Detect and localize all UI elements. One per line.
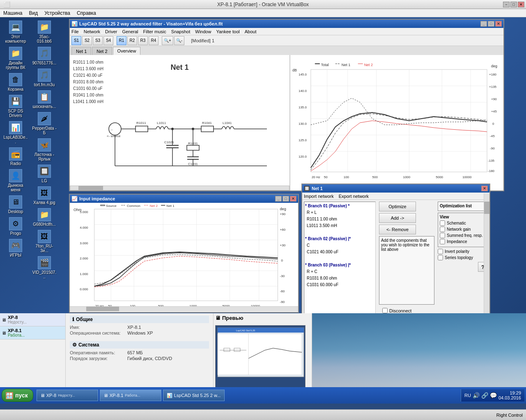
view-schematic-checkbox[interactable] bbox=[440, 220, 445, 226]
desktop-icon-tort[interactable]: 🎵 tort.fm.m3u bbox=[32, 69, 57, 87]
vbox-close-btn[interactable]: ✕ bbox=[518, 2, 524, 7]
net1-panel-vscrollbar-thumb[interactable] bbox=[484, 202, 489, 214]
view-network-gain-label: Network gain bbox=[447, 227, 471, 232]
menu-snapshot[interactable]: Snapshot bbox=[171, 29, 190, 34]
svg-text:1000: 1000 bbox=[403, 175, 410, 179]
start-button[interactable]: 🪟 пуск bbox=[2, 389, 33, 402]
taskbar-item-xp81[interactable]: 🖥 XP-8.1 Работа... bbox=[100, 390, 161, 401]
invert-polarity-checkbox[interactable] bbox=[438, 249, 443, 254]
desktop-icon-progo[interactable]: ⚙ Progo bbox=[3, 217, 28, 236]
impedance-maximize-btn[interactable]: □ bbox=[283, 196, 289, 202]
menu-yankee[interactable]: Yankee tool bbox=[216, 29, 239, 34]
menu-general[interactable]: General bbox=[122, 29, 138, 34]
impedance-scrollbar[interactable] bbox=[70, 306, 298, 311]
toolbar-r4[interactable]: R4 bbox=[149, 36, 158, 45]
svg-text:4.000: 4.000 bbox=[80, 226, 88, 230]
desktop-icon-basket[interactable]: 🗑 Корзина bbox=[3, 73, 28, 92]
vbox-menu-help[interactable]: Справка bbox=[77, 10, 96, 16]
view-impedance-checkbox[interactable] bbox=[440, 239, 445, 244]
impedance-chart-container: Ohm 5.000 4.000 3.000 2.000 1.000 0.000 … bbox=[70, 203, 298, 311]
desktop-icon-chalva[interactable]: 🖼 Халва 4.jpg bbox=[32, 186, 57, 205]
desktop-icon-35ac[interactable]: 📁 35ac-016.bb6 bbox=[32, 21, 57, 44]
tab-overview[interactable]: Overview bbox=[113, 47, 141, 55]
net1-export-menu[interactable]: Export network bbox=[339, 194, 369, 199]
taskbar-item-xp8[interactable]: 🖥 XP-8 Недосту... bbox=[37, 390, 98, 401]
desktop-icon-pepper[interactable]: 🌶 PepperData - Б bbox=[32, 112, 57, 135]
view-summed-checkbox[interactable] bbox=[440, 233, 445, 238]
desktop-icon-computer[interactable]: 💻 Этот компьютер bbox=[3, 21, 28, 44]
desktop-icon-radio[interactable]: 📻 Radio bbox=[3, 147, 28, 166]
toolbar-s2[interactable]: S2 bbox=[82, 36, 92, 45]
schematic-scrollbar[interactable] bbox=[70, 186, 289, 190]
desktop-icon-g680[interactable]: 📁 G680Hclfh... bbox=[32, 208, 57, 227]
svg-text:+135: +135 bbox=[489, 85, 497, 89]
toolbar-s1[interactable]: S1 bbox=[71, 36, 81, 45]
menu-about[interactable]: About bbox=[245, 29, 257, 34]
series-topology-checkbox[interactable] bbox=[438, 255, 443, 260]
disconnect-checkbox[interactable] bbox=[382, 308, 388, 313]
optimization-list-box[interactable]: Optimization list bbox=[438, 202, 488, 211]
tab-net1[interactable]: Net 1 bbox=[71, 47, 91, 55]
desktop-icon-shoska[interactable]: 📋 шоскачать... bbox=[32, 90, 57, 109]
desktop-icon-desktop[interactable]: 🖥 Desktop bbox=[3, 195, 28, 214]
svg-rect-22 bbox=[187, 145, 199, 150]
lspcad-window-controls: _ □ ✕ bbox=[480, 21, 502, 27]
desktop-icon-scp[interactable]: 💾 SCP DS Drivers bbox=[3, 95, 28, 118]
svg-text:dB: dB bbox=[292, 68, 297, 72]
vm-entry-xp81[interactable]: 🖥 XP-8.1 Работа... bbox=[0, 326, 65, 340]
menu-window[interactable]: Window bbox=[195, 29, 211, 34]
desktop-icon-907651776[interactable]: 🎵 907651776... bbox=[32, 47, 57, 65]
impedance-title: Input impedance bbox=[79, 196, 275, 201]
impedance-window-controls: _ □ ✕ bbox=[275, 196, 296, 202]
vbox-maximize-btn[interactable]: □ bbox=[510, 2, 517, 7]
net1-panel-vscrollbar[interactable] bbox=[484, 193, 489, 324]
desktop-icon-7fon[interactable]: 🖼 7fon_RU-3и... bbox=[32, 230, 57, 253]
desktop-icon-swallow[interactable]: 🦋 Ласточка - Ярлык bbox=[32, 138, 57, 161]
impedance-close-btn[interactable]: ✕ bbox=[290, 196, 296, 202]
toolbar-r3[interactable]: R3 bbox=[138, 36, 148, 45]
desktop-icon-lspcad[interactable]: 📊 LspLAB3De... bbox=[3, 121, 28, 144]
add-btn[interactable]: Add -> bbox=[379, 213, 416, 223]
system-section-label: Система bbox=[78, 342, 99, 348]
svg-text:2.000: 2.000 bbox=[80, 257, 88, 260]
vbox-menu-view[interactable]: Вид bbox=[29, 10, 38, 16]
impedance-minimize-btn[interactable]: _ bbox=[275, 196, 282, 202]
toolbar-r2[interactable]: R2 bbox=[127, 36, 137, 45]
series-topology-label: Series topology bbox=[445, 255, 473, 260]
toolbar-s3[interactable]: S3 bbox=[93, 36, 103, 45]
menu-driver[interactable]: Driver bbox=[105, 29, 117, 34]
menu-network[interactable]: Network bbox=[84, 29, 100, 34]
optimize-btn[interactable]: Optimize bbox=[379, 202, 416, 211]
taskbar-item-lspcad[interactable]: 📊 LspCAD Std 5.25 2 w... bbox=[163, 390, 225, 401]
impedance-titlebar: 📈 Input impedance _ □ ✕ bbox=[70, 195, 298, 203]
vbox-menu-machine[interactable]: Машина bbox=[3, 10, 22, 16]
desktop-icon-igry[interactable]: 🎮 ИГРЫ bbox=[3, 239, 28, 257]
view-network-gain-checkbox[interactable] bbox=[440, 227, 445, 232]
desktop-icon-design[interactable]: 📁 Дизайн группы ВК bbox=[3, 47, 28, 70]
remove-btn[interactable]: <- Remove bbox=[379, 225, 416, 234]
menu-filter-music[interactable]: Filter music bbox=[143, 29, 166, 34]
desktop-icon-djnyxa[interactable]: 👤 Дынюха меня bbox=[3, 169, 28, 192]
toolbar-s4[interactable]: S4 bbox=[103, 36, 113, 45]
toolbar-zoom-in[interactable]: 🔍+ bbox=[162, 36, 173, 45]
lspcad-icon: 📊 bbox=[9, 121, 22, 134]
desktop-icon-lg[interactable]: 🔲 LG bbox=[32, 165, 57, 183]
toolbar-zoom-out[interactable]: 🔍- bbox=[174, 36, 184, 45]
tab-net2[interactable]: Net 2 bbox=[92, 47, 112, 55]
desktop-icon-vid[interactable]: 🎬 VID_201507... bbox=[32, 256, 57, 279]
impedance-chart-svg: Ohm 5.000 4.000 3.000 2.000 1.000 0.000 … bbox=[70, 203, 298, 311]
lspcad-close-btn[interactable]: ✕ bbox=[495, 21, 502, 27]
impedance-scrollbar-thumb[interactable] bbox=[86, 307, 119, 311]
branch-list[interactable]: * Branch 01 (Passive) * R + L R1011 1.00… bbox=[304, 202, 376, 322]
vm-entry-xp8[interactable]: 🖥 XP-8 Недосту... bbox=[0, 313, 65, 326]
lspcad-minimize-btn[interactable]: _ bbox=[480, 21, 487, 27]
net1-import-menu[interactable]: Import network bbox=[304, 194, 334, 199]
lspcad-maximize-btn[interactable]: □ bbox=[488, 21, 494, 27]
vbox-minimize-btn[interactable]: − bbox=[503, 2, 510, 7]
vbox-menu-devices[interactable]: Устройства bbox=[44, 10, 70, 16]
net1-panel-close-btn[interactable]: ✕ bbox=[481, 186, 488, 191]
vm-preview-image[interactable]: LspCAD Std 5.25 bbox=[215, 325, 305, 391]
toolbar-r1[interactable]: R1 bbox=[117, 36, 126, 45]
menu-file[interactable]: File bbox=[71, 29, 79, 34]
scrollbar-thumb[interactable] bbox=[78, 186, 103, 190]
